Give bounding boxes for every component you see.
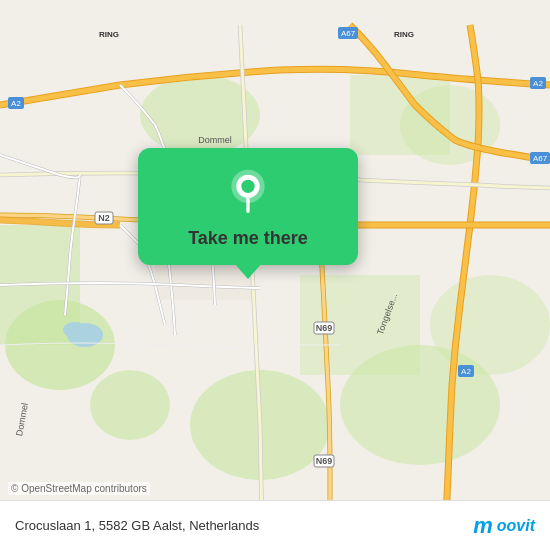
svg-text:N69: N69 [316,323,333,333]
svg-text:A2: A2 [533,79,543,88]
svg-point-6 [430,275,550,375]
moovit-logo-text: oovit [497,517,535,535]
svg-point-45 [241,180,254,193]
svg-point-10 [400,85,500,165]
take-me-there-button[interactable]: Take me there [188,228,308,249]
map-container: RING RING A2 A2 A67 A67 A2 N2 N69 N69 Do… [0,0,550,550]
location-pin-icon [223,168,273,218]
svg-text:A67: A67 [533,154,548,163]
svg-text:RING: RING [99,30,119,39]
svg-text:RING: RING [394,30,414,39]
svg-text:N2: N2 [98,213,110,223]
map-svg: RING RING A2 A2 A67 A67 A2 N2 N69 N69 Do… [0,0,550,550]
svg-text:N69: N69 [316,456,333,466]
moovit-logo-m: m [473,513,493,539]
map-attribution: © OpenStreetMap contributors [8,482,150,495]
moovit-logo: moovit [473,513,535,539]
location-popup: Take me there [138,148,358,265]
svg-point-2 [90,370,170,440]
svg-text:Dommel: Dommel [198,135,232,145]
svg-text:A67: A67 [341,29,356,38]
svg-text:A2: A2 [461,367,471,376]
svg-text:A2: A2 [11,99,21,108]
bottom-bar: Crocuslaan 1, 5582 GB Aalst, Netherlands… [0,500,550,550]
address-label: Crocuslaan 1, 5582 GB Aalst, Netherlands [15,518,259,533]
svg-point-12 [63,322,87,338]
